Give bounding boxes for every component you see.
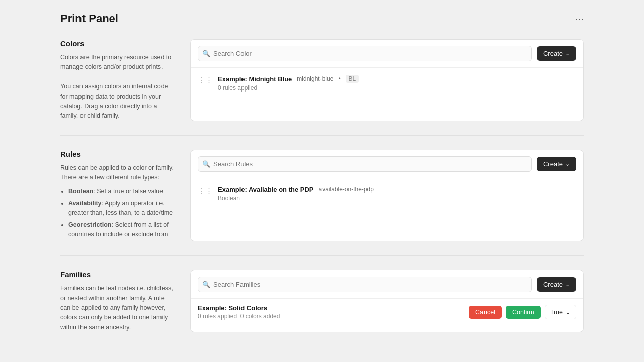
rules-search-input[interactable] [198, 156, 532, 172]
colors-desc: Colors are the primary resource used to … [60, 53, 176, 121]
families-create-button[interactable]: Create ⌄ [537, 277, 576, 292]
true-dropdown-label: True [550, 309, 563, 316]
divider-1 [60, 135, 584, 136]
rules-example-row: ⋮⋮ Example: Available on the PDP availab… [191, 178, 583, 209]
colors-title: Colors [60, 39, 176, 48]
families-search-icon: 🔍 [202, 281, 210, 288]
rules-panel-top: 🔍 Create ⌄ [191, 150, 583, 178]
rules-example-type: Boolean [218, 195, 576, 202]
georestriction-label: Georestriction [68, 221, 111, 228]
cancel-button[interactable]: Cancel [469, 306, 502, 319]
more-menu-icon[interactable]: ⋯ [575, 13, 584, 24]
families-section: Families Families can be leaf nodes i.e.… [60, 270, 584, 332]
rules-section: Rules Rules can be applied to a color or… [60, 150, 584, 242]
families-panel-top: 🔍 Create ⌄ [191, 270, 583, 299]
families-actions: Cancel Confirm True ⌄ [469, 305, 576, 319]
colors-example-tag: BL [346, 75, 359, 83]
boolean-label: Boolean [68, 188, 93, 195]
rules-create-chevron-icon: ⌄ [565, 161, 570, 167]
families-example-info: Example: Solid Colors 0 rules applied 0 … [198, 304, 280, 320]
rules-title: Rules [60, 150, 176, 158]
colors-example-code: midnight-blue [297, 75, 333, 82]
families-title: Families [60, 270, 176, 279]
page-title: Print Panel [60, 12, 118, 25]
rules-info: Rules Rules can be applied to a color or… [60, 150, 176, 242]
families-search-box: 🔍 [198, 277, 532, 292]
colors-example-separator: • [338, 75, 340, 82]
rules-create-button[interactable]: Create ⌄ [537, 157, 576, 171]
rules-search-icon: 🔍 [202, 160, 210, 168]
families-example-stats: 0 rules applied 0 colors added [198, 313, 280, 320]
colors-create-chevron-icon: ⌄ [565, 50, 570, 57]
rules-row-content: Example: Available on the PDP available-… [218, 186, 576, 202]
colors-panel-top: 🔍 Create ⌄ [191, 40, 583, 68]
availability-label: Availability [68, 200, 102, 207]
families-panel: 🔍 Create ⌄ Example: Solid Colors 0 rules… [190, 270, 584, 332]
colors-search-input[interactable] [198, 46, 532, 61]
rules-drag-handle[interactable]: ⋮⋮ [198, 186, 213, 195]
rules-example-code: available-on-the-pdp [318, 186, 373, 193]
colors-section: Colors Colors are the primary resource u… [60, 39, 584, 121]
families-desc: Families can be leaf nodes i.e. childles… [60, 284, 176, 332]
families-example-row: Example: Solid Colors 0 rules applied 0 … [191, 299, 583, 325]
rules-example-name: Example: Available on the PDP [218, 186, 313, 193]
colors-row-content: Example: Midnight Blue midnight-blue • B… [218, 75, 576, 92]
rules-desc: Rules can be applied to a color or famil… [60, 163, 176, 240]
true-dropdown[interactable]: True ⌄ [545, 305, 576, 319]
colors-search-box: 🔍 [198, 46, 532, 61]
colors-search-icon: 🔍 [202, 50, 210, 57]
rules-panel: 🔍 Create ⌄ ⋮⋮ Example: Available on the … [190, 150, 584, 242]
families-create-chevron-icon: ⌄ [565, 281, 570, 288]
colors-example-rules: 0 rules applied [218, 84, 576, 92]
confirm-button[interactable]: Confirm [506, 306, 541, 319]
rules-search-box: 🔍 [198, 156, 532, 172]
families-search-input[interactable] [198, 277, 532, 292]
colors-example-row: ⋮⋮ Example: Midnight Blue midnight-blue … [191, 68, 583, 99]
colors-create-button[interactable]: Create ⌄ [537, 46, 576, 61]
colors-drag-handle[interactable]: ⋮⋮ [198, 75, 213, 84]
true-dropdown-chevron-icon: ⌄ [565, 308, 571, 316]
colors-info: Colors Colors are the primary resource u… [60, 39, 176, 121]
families-info: Families Families can be leaf nodes i.e.… [60, 270, 176, 332]
colors-example-name: Example: Midnight Blue [218, 75, 292, 83]
divider-2 [60, 255, 584, 256]
families-example-name: Example: Solid Colors [198, 304, 280, 312]
colors-panel: 🔍 Create ⌄ ⋮⋮ Example: Midnight Blue mid… [190, 39, 584, 121]
